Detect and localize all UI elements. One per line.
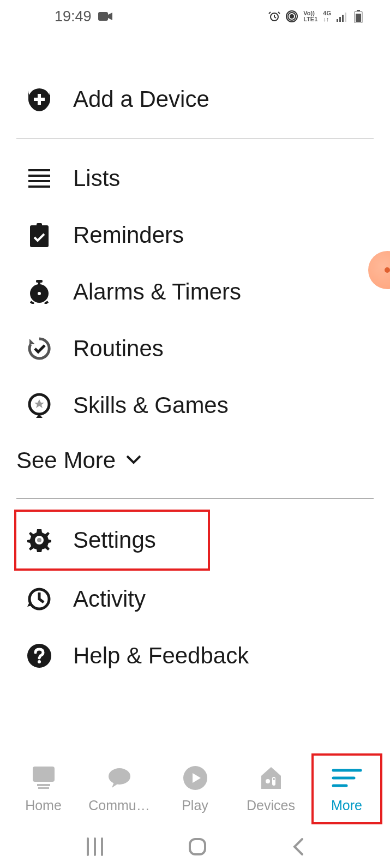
chevron-down-icon [125, 454, 142, 466]
svg-point-42 [273, 778, 275, 780]
settings-label: Settings [73, 527, 156, 553]
nav-communicate-label: Commu… [88, 798, 150, 813]
recents-button[interactable] [86, 837, 104, 858]
svg-rect-36 [37, 784, 50, 786]
routines-label: Routines [73, 336, 164, 362]
nav-communicate[interactable]: Commu… [84, 753, 155, 824]
lists-label: Lists [73, 165, 120, 191]
hotspot-icon [286, 10, 298, 22]
nav-play-label: Play [182, 798, 208, 813]
more-menu-content: Add a Device Lists Reminders Alarms & Ti… [0, 33, 390, 684]
nav-more-label: More [331, 798, 362, 813]
home-button[interactable] [188, 837, 207, 858]
nav-devices-label: Devices [247, 798, 295, 813]
svg-rect-5 [337, 19, 338, 22]
devices-icon [259, 765, 283, 791]
nav-devices[interactable]: Devices [236, 753, 307, 824]
lte-indicator: Vo)) LTE1 [303, 10, 317, 22]
svg-rect-11 [356, 14, 361, 22]
divider [16, 139, 374, 139]
add-device-label: Add a Device [73, 86, 209, 112]
routines-item[interactable]: Routines [16, 320, 374, 377]
svg-rect-49 [190, 839, 205, 854]
svg-point-28 [38, 292, 41, 295]
svg-rect-14 [34, 98, 45, 101]
bottom-nav: Home Commu… Play Devices More [0, 751, 390, 827]
activity-icon [27, 587, 51, 611]
status-time: 19:49 [55, 8, 92, 25]
svg-rect-6 [339, 17, 341, 22]
lists-item[interactable]: Lists [16, 150, 374, 207]
signal-icon [337, 11, 349, 22]
alarms-item[interactable]: Alarms & Timers [16, 264, 374, 320]
see-more-label: See More [16, 447, 116, 474]
svg-rect-20 [28, 175, 31, 177]
nav-play[interactable]: Play [160, 753, 231, 824]
svg-rect-7 [342, 15, 344, 22]
svg-rect-18 [28, 185, 50, 188]
status-bar: 19:49 Vo)) LTE1 4G ↓↑ [0, 0, 390, 33]
add-device-item[interactable]: Add a Device [16, 71, 374, 128]
svg-point-34 [38, 660, 41, 663]
svg-point-40 [266, 779, 270, 783]
more-icon [331, 765, 363, 791]
activity-label: Activity [73, 586, 146, 612]
nav-more[interactable]: More [311, 753, 382, 824]
svg-rect-37 [38, 787, 49, 789]
help-item[interactable]: Help & Feedback [16, 627, 374, 684]
skills-item[interactable]: Skills & Games [16, 377, 374, 434]
svg-rect-15 [28, 169, 50, 171]
help-label: Help & Feedback [73, 643, 249, 669]
alarms-icon [27, 280, 51, 304]
network-indicator: 4G ↓↑ [323, 10, 331, 22]
status-right: Vo)) LTE1 4G ↓↑ [268, 10, 363, 23]
status-left: 19:49 [55, 8, 112, 25]
nav-home[interactable]: Home [8, 753, 79, 824]
gear-icon [27, 528, 51, 552]
video-icon [98, 11, 112, 22]
svg-rect-8 [345, 13, 346, 22]
svg-rect-16 [28, 175, 50, 177]
play-icon [183, 765, 207, 791]
add-device-icon [27, 87, 51, 111]
svg-rect-19 [28, 169, 31, 171]
communicate-icon [107, 765, 131, 791]
skills-icon [27, 393, 51, 417]
reminders-label: Reminders [73, 222, 184, 248]
svg-rect-24 [30, 225, 49, 247]
svg-point-31 [37, 538, 41, 542]
divider [16, 498, 374, 499]
svg-rect-17 [28, 180, 50, 182]
activity-item[interactable]: Activity [16, 571, 374, 627]
nav-home-label: Home [25, 798, 62, 813]
svg-rect-35 [33, 767, 55, 782]
routines-icon [27, 337, 51, 361]
svg-rect-0 [98, 12, 108, 21]
svg-point-38 [109, 768, 130, 785]
alarms-label: Alarms & Timers [73, 279, 241, 305]
alarm-status-icon [268, 10, 280, 22]
lists-icon [27, 166, 51, 190]
skills-label: Skills & Games [73, 392, 229, 418]
svg-rect-22 [28, 185, 31, 188]
svg-point-2 [290, 15, 293, 18]
help-icon [27, 644, 51, 668]
reminders-item[interactable]: Reminders [16, 207, 374, 264]
see-more-item[interactable]: See More [16, 434, 374, 487]
settings-item[interactable]: Settings [14, 510, 210, 571]
battery-icon [354, 10, 363, 23]
reminders-icon [27, 223, 51, 247]
back-button[interactable] [291, 837, 304, 858]
system-nav [0, 827, 390, 868]
svg-rect-21 [28, 180, 31, 182]
home-icon [32, 765, 56, 791]
